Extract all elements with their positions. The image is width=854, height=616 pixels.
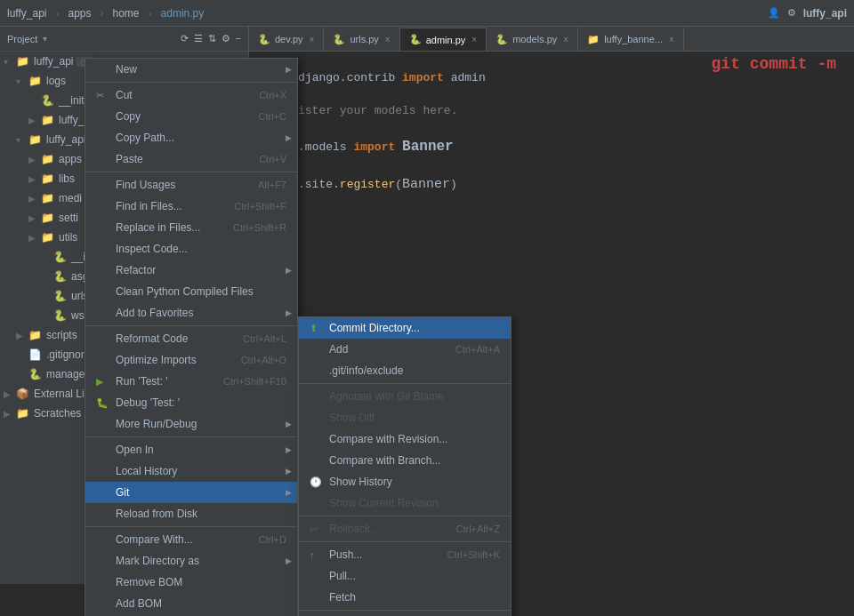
menu-item-more-run[interactable]: More Run/Debug bbox=[85, 413, 297, 435]
git-menu-show-diff: Show Diff bbox=[299, 407, 511, 428]
toolbar-minus-icon[interactable]: − bbox=[236, 33, 241, 44]
git-menu-commit-dir[interactable]: ⬆ Commit Directory... bbox=[299, 317, 511, 339]
tab-admin-py[interactable]: 🐍 admin.py × bbox=[400, 28, 487, 51]
folder-icon: 📁 bbox=[41, 231, 55, 244]
menu-item-find-files[interactable]: Find in Files... Ctrl+Shift+F bbox=[85, 196, 297, 217]
app-title: luffy_api bbox=[803, 7, 847, 20]
menu-item-git[interactable]: Git bbox=[85, 482, 297, 503]
expand-arrow: ▾ bbox=[16, 76, 28, 86]
expand-arrow: ▶ bbox=[28, 194, 41, 204]
menu-item-run-test[interactable]: ▶ Run 'Test: ' Ctrl+Shift+F10 bbox=[85, 371, 297, 392]
menu-label: Optimize Imports bbox=[116, 354, 197, 366]
expand-arrow: ▶ bbox=[28, 155, 41, 164]
tab-label: models.py bbox=[512, 34, 557, 44]
menu-item-new[interactable]: New bbox=[85, 59, 297, 80]
menu-item-optimize-imports[interactable]: Optimize Imports Ctrl+Alt+O bbox=[85, 349, 297, 371]
tab-close-icon[interactable]: × bbox=[471, 35, 477, 44]
git-menu-merge[interactable]: ⑂ Merge... bbox=[299, 612, 511, 616]
menu-item-clean-python[interactable]: Clean Python Compiled Files bbox=[85, 281, 297, 302]
menu-label: Find Usages bbox=[116, 179, 175, 191]
settings-icon[interactable]: ⚙ bbox=[787, 7, 796, 19]
menu-item-add-bom[interactable]: Add BOM bbox=[85, 593, 297, 614]
project-expand-icon[interactable]: ▾ bbox=[43, 34, 47, 44]
git-menu-exclude[interactable]: .git/info/exclude bbox=[299, 360, 511, 381]
user-icon[interactable]: 👤 bbox=[768, 7, 780, 19]
menu-item-inspect[interactable]: Inspect Code... bbox=[85, 238, 297, 260]
tab-icon: 🐍 bbox=[258, 34, 270, 45]
menu-item-open-in[interactable]: Open In bbox=[85, 439, 297, 460]
git-menu-fetch[interactable]: Fetch bbox=[299, 587, 511, 608]
expand-arrow: ▶ bbox=[4, 389, 16, 399]
menu-label: Run 'Test: ' bbox=[116, 375, 168, 388]
menu-item-compare-with[interactable]: Compare With... Ctrl+D bbox=[85, 529, 297, 550]
menu-label: Open In bbox=[116, 444, 154, 456]
folder-icon: 📁 bbox=[28, 329, 43, 341]
py-file-icon: 🐍 bbox=[28, 368, 43, 380]
tab-close-icon[interactable]: × bbox=[385, 35, 391, 44]
git-menu-compare-branch[interactable]: Compare with Branch... bbox=[299, 450, 511, 471]
menu-label: Remove BOM bbox=[116, 576, 182, 588]
menu-item-refactor[interactable]: Refactor bbox=[85, 260, 297, 281]
tab-urls-py[interactable]: 🐍 urls.py × bbox=[324, 28, 399, 51]
context-menu: New ✂ Cut Ctrl+X Copy Ctrl+C Copy Path..… bbox=[85, 58, 298, 616]
tab-models-py[interactable]: 🐍 models.py × bbox=[487, 28, 578, 51]
tab-close-icon[interactable]: × bbox=[669, 35, 674, 44]
shortcut-compare: Ctrl+D bbox=[259, 534, 286, 545]
tree-label: luffy_api bbox=[34, 55, 73, 68]
menu-label: Commit Directory... bbox=[329, 322, 420, 334]
menu-item-copy-path[interactable]: Copy Path... bbox=[85, 127, 297, 148]
breadcrumb-sep1: › bbox=[55, 7, 59, 20]
toolbar-settings-gear-icon[interactable]: ⚙ bbox=[222, 33, 230, 44]
tab-icon: 🐍 bbox=[409, 34, 422, 45]
tab-close-icon[interactable]: × bbox=[310, 35, 315, 44]
git-menu-push[interactable]: ↑ Push... Ctrl+Shift+K bbox=[299, 544, 511, 565]
toolbar-collapse-icon[interactable]: ☰ bbox=[194, 33, 203, 44]
toolbar-sort-icon[interactable]: ⇅ bbox=[208, 33, 216, 44]
menu-item-paste[interactable]: Paste Ctrl+V bbox=[85, 148, 297, 170]
menu-item-cut[interactable]: ✂ Cut Ctrl+X bbox=[85, 84, 297, 106]
breadcrumb-sep3: › bbox=[149, 7, 152, 20]
tree-label: scripts bbox=[46, 329, 77, 341]
menu-item-find-usages[interactable]: Find Usages Alt+F7 bbox=[85, 174, 297, 196]
menu-item-reload[interactable]: Reload from Disk bbox=[85, 503, 297, 524]
code-comment: # Register your models here. bbox=[263, 100, 840, 121]
git-menu-pull[interactable]: Pull... bbox=[299, 565, 511, 587]
tree-label: manage bbox=[46, 368, 85, 380]
shortcut-find: Alt+F7 bbox=[258, 180, 286, 190]
menu-item-remove-bom[interactable]: Remove BOM bbox=[85, 572, 297, 593]
cut-icon: ✂ bbox=[96, 90, 110, 101]
tab-dev-py[interactable]: 🐍 dev.py × bbox=[249, 28, 324, 51]
rollback-icon: ↩ bbox=[310, 524, 324, 535]
tab-icon: 🐍 bbox=[333, 34, 345, 45]
menu-label: Reload from Disk bbox=[116, 508, 197, 520]
git-menu-show-history[interactable]: 🕐 Show History bbox=[299, 471, 511, 492]
tab-close-icon[interactable]: × bbox=[563, 35, 568, 44]
git-commit-title: git commit -m bbox=[712, 55, 836, 73]
menu-separator bbox=[299, 610, 511, 611]
breadcrumb-file[interactable]: admin.py bbox=[161, 7, 205, 20]
code-blank-2 bbox=[263, 122, 840, 134]
shortcut-find-files: Ctrl+Shift+F bbox=[234, 201, 286, 212]
toolbar-sync-icon[interactable]: ⟳ bbox=[181, 33, 189, 44]
menu-label: Show Diff bbox=[329, 412, 375, 424]
expand-arrow: ▾ bbox=[16, 135, 28, 145]
tab-luffy-banner[interactable]: 📁 luffy_banne... × bbox=[578, 28, 684, 51]
git-menu-compare-revision[interactable]: Compare with Revision... bbox=[299, 428, 511, 450]
menu-separator bbox=[299, 383, 511, 384]
menu-item-copy[interactable]: Copy Ctrl+C bbox=[85, 106, 297, 127]
editor-content[interactable]: from django.contrib import admin # Regis… bbox=[249, 59, 854, 205]
breadcrumb-api[interactable]: luffy_api bbox=[7, 7, 46, 20]
menu-label: Git bbox=[116, 486, 129, 499]
menu-separator bbox=[85, 82, 297, 83]
menu-label: More Run/Debug bbox=[116, 418, 197, 430]
py-file-icon: 🐍 bbox=[53, 309, 68, 322]
breadcrumb-apps[interactable]: apps bbox=[68, 7, 91, 20]
menu-item-debug-test[interactable]: 🐛 Debug 'Test: ' bbox=[85, 392, 297, 413]
git-menu-add[interactable]: Add Ctrl+Alt+A bbox=[299, 339, 511, 360]
menu-item-reformat[interactable]: Reformat Code Ctrl+Alt+L bbox=[85, 328, 297, 349]
menu-item-local-history[interactable]: Local History bbox=[85, 460, 297, 482]
menu-item-mark-directory[interactable]: Mark Directory as bbox=[85, 550, 297, 572]
menu-item-add-favorites[interactable]: Add to Favorites bbox=[85, 302, 297, 324]
menu-item-replace[interactable]: Replace in Files... Ctrl+Shift+R bbox=[85, 217, 297, 238]
breadcrumb-home[interactable]: home bbox=[113, 7, 140, 20]
